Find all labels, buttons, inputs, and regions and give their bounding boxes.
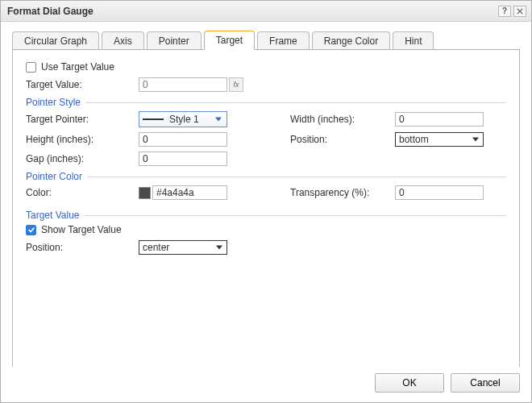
content: Circular Graph Axis Pointer Target Frame… [1,22,531,367]
tab-axis[interactable]: Axis [102,31,144,50]
group-pointer-color: Pointer Color [26,171,506,182]
pointer-style-row-1: Target Pointer: Style 1 Width (inches): [26,111,506,132]
group-label-text: Pointer Style [26,97,81,108]
divider [85,215,507,216]
tab-hint[interactable]: Hint [393,31,434,50]
tab-label: Frame [269,35,297,47]
tab-range-color[interactable]: Range Color [312,31,390,50]
position-label: Position: [290,134,395,145]
pointer-color-row: Color: Transparency (%): [26,185,506,205]
tab-label: Range Color [324,35,378,47]
target-value-row: Target Value: fx [26,77,506,92]
tab-label: Target [216,35,243,46]
height-input[interactable] [139,132,227,147]
target-position-row: Position: center [26,240,506,255]
group-label-text: Target Value [26,210,80,221]
select-value: Style 1 [169,114,199,125]
chevron-down-icon [212,112,225,127]
target-value-input[interactable] [139,77,227,92]
height-label: Height (inches): [26,134,139,145]
color-input[interactable] [152,185,227,200]
show-target-row: Show Target Value [26,224,506,235]
color-swatch[interactable] [139,187,151,199]
cancel-button[interactable]: Cancel [451,373,520,393]
transparency-label: Transparency (%): [290,187,395,198]
tab-bar: Circular Graph Axis Pointer Target Frame… [12,30,520,49]
tab-label: Axis [114,35,132,47]
select-value: center [143,242,169,253]
help-button[interactable]: ? [498,6,511,17]
ok-button[interactable]: OK [375,373,444,393]
chevron-down-icon [213,241,225,254]
target-position-select[interactable]: center [139,240,227,255]
target-value-label: Target Value: [26,79,139,90]
footer: OK Cancel [1,367,531,402]
tab-label: Hint [405,35,422,47]
close-icon [517,8,523,15]
use-target-checkbox[interactable] [26,62,36,73]
group-label-text: Pointer Color [26,171,82,182]
gap-input[interactable] [139,152,227,166]
window-title: Format Dial Gauge [7,6,496,17]
dialog: Format Dial Gauge ? Circular Graph Axis … [0,0,532,403]
divider [87,177,506,177]
gap-label: Gap (inches): [26,153,139,164]
tab-label: Pointer [159,35,189,47]
tab-label: Circular Graph [24,35,87,47]
position-select[interactable]: bottom [395,132,484,147]
tab-panel-target: Use Target Value Target Value: fx Pointe… [12,49,520,367]
titlebar: Format Dial Gauge ? [1,1,531,22]
divider [85,102,506,103]
close-button[interactable] [513,6,526,17]
group-target-value: Target Value [26,210,506,221]
target-position-label: Position: [26,242,139,253]
chevron-down-icon [469,133,481,146]
group-pointer-style: Pointer Style [26,97,506,108]
tab-circular-graph[interactable]: Circular Graph [12,31,99,50]
pointer-style-row-2: Height (inches): Position: bottom [26,132,506,152]
width-label: Width (inches): [290,114,395,125]
width-input[interactable] [395,112,484,127]
color-label: Color: [26,187,139,198]
select-value: bottom [399,134,429,145]
check-icon [27,226,35,234]
fx-button[interactable]: fx [229,77,243,92]
use-target-row: Use Target Value [26,61,506,73]
transparency-input[interactable] [395,185,484,200]
use-target-label: Use Target Value [41,61,114,73]
tab-frame[interactable]: Frame [257,31,310,50]
line-icon [143,118,164,120]
tab-target[interactable]: Target [204,31,255,50]
show-target-checkbox[interactable] [26,225,36,235]
show-target-label: Show Target Value [41,224,122,235]
target-pointer-label: Target Pointer: [26,114,139,125]
tab-pointer[interactable]: Pointer [147,31,202,50]
gap-row: Gap (inches): [26,152,506,166]
target-pointer-select[interactable]: Style 1 [139,111,227,127]
